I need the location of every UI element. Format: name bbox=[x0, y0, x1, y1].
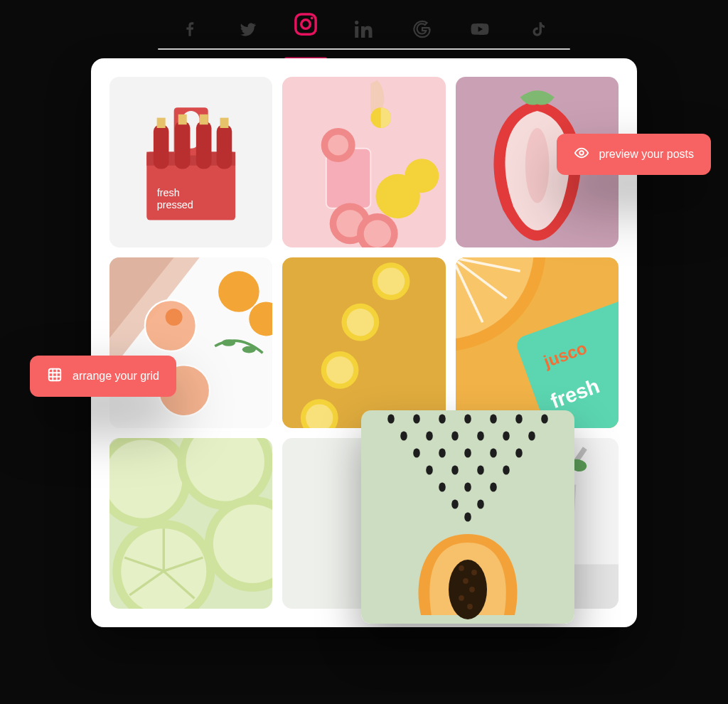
svg-point-28 bbox=[364, 220, 391, 247]
svg-point-84 bbox=[459, 595, 464, 601]
svg-point-44 bbox=[378, 267, 405, 294]
svg-point-99 bbox=[490, 448, 497, 457]
twitter-icon bbox=[239, 20, 257, 41]
svg-point-38 bbox=[218, 271, 259, 312]
svg-point-111 bbox=[490, 414, 497, 423]
svg-rect-15 bbox=[220, 118, 228, 128]
facebook-icon bbox=[181, 20, 199, 41]
instagram-icon bbox=[292, 11, 319, 42]
grid-tile[interactable]: fresh pressed bbox=[109, 77, 272, 247]
svg-point-119 bbox=[579, 151, 584, 155]
svg-point-82 bbox=[463, 578, 469, 584]
grid-panel: fresh pressed bbox=[91, 58, 637, 627]
tab-twitter[interactable] bbox=[223, 11, 273, 50]
grid-tile[interactable] bbox=[109, 438, 272, 609]
youtube-icon bbox=[471, 20, 489, 41]
svg-point-88 bbox=[477, 499, 484, 508]
grid-icon bbox=[47, 367, 63, 385]
callout-label: preview your posts bbox=[599, 148, 694, 161]
svg-point-105 bbox=[503, 431, 510, 440]
grid-tile[interactable] bbox=[109, 257, 272, 428]
linkedin-icon bbox=[355, 20, 373, 41]
svg-point-110 bbox=[464, 414, 471, 423]
svg-point-108 bbox=[413, 414, 420, 423]
svg-point-100 bbox=[515, 448, 523, 457]
svg-point-37 bbox=[166, 309, 183, 326]
svg-rect-12 bbox=[196, 121, 212, 169]
svg-point-2 bbox=[311, 17, 314, 20]
svg-point-89 bbox=[439, 482, 446, 491]
social-tabs bbox=[158, 6, 570, 50]
svg-point-41 bbox=[242, 346, 256, 353]
svg-point-97 bbox=[439, 448, 446, 457]
svg-point-107 bbox=[387, 414, 395, 423]
svg-rect-13 bbox=[200, 114, 208, 124]
tab-linkedin[interactable] bbox=[339, 11, 389, 50]
svg-rect-8 bbox=[154, 124, 169, 169]
tab-tiktok[interactable] bbox=[513, 11, 563, 50]
grid-tile[interactable] bbox=[282, 257, 445, 428]
svg-text:pressed: pressed bbox=[157, 199, 193, 210]
svg-point-103 bbox=[451, 431, 459, 440]
svg-point-113 bbox=[541, 414, 548, 423]
svg-point-112 bbox=[515, 414, 523, 423]
svg-point-22 bbox=[328, 135, 349, 156]
svg-point-95 bbox=[503, 465, 510, 474]
svg-point-94 bbox=[477, 465, 484, 474]
svg-point-98 bbox=[464, 448, 471, 457]
svg-point-80 bbox=[459, 565, 464, 571]
svg-rect-9 bbox=[157, 118, 166, 128]
tab-google[interactable] bbox=[397, 11, 447, 50]
svg-point-87 bbox=[451, 499, 459, 508]
tab-facebook[interactable] bbox=[165, 11, 215, 50]
svg-rect-0 bbox=[296, 14, 316, 34]
svg-point-46 bbox=[347, 309, 374, 336]
callout-arrange-grid[interactable]: arrange your grid bbox=[30, 356, 176, 397]
svg-rect-114 bbox=[49, 369, 61, 381]
svg-point-1 bbox=[301, 20, 311, 29]
svg-point-93 bbox=[451, 465, 459, 474]
svg-point-83 bbox=[469, 587, 475, 592]
svg-point-85 bbox=[467, 604, 473, 609]
tab-instagram[interactable] bbox=[270, 0, 343, 54]
svg-point-104 bbox=[477, 431, 484, 440]
svg-point-79 bbox=[449, 560, 487, 619]
svg-point-90 bbox=[464, 482, 471, 491]
svg-point-101 bbox=[400, 431, 407, 440]
svg-text:fresh: fresh bbox=[157, 187, 180, 198]
svg-point-109 bbox=[439, 414, 446, 423]
svg-rect-42 bbox=[282, 257, 445, 428]
svg-point-86 bbox=[464, 512, 471, 521]
svg-point-24 bbox=[405, 159, 439, 193]
tab-youtube[interactable] bbox=[455, 11, 505, 50]
grid-tile-dragging[interactable] bbox=[361, 410, 574, 624]
svg-rect-10 bbox=[175, 121, 191, 169]
callout-preview-posts[interactable]: preview your posts bbox=[557, 134, 711, 175]
eye-icon bbox=[574, 145, 589, 164]
grid-tile[interactable]: jusco fresh bbox=[456, 257, 619, 428]
google-icon bbox=[413, 20, 432, 41]
svg-rect-14 bbox=[217, 124, 232, 169]
svg-point-48 bbox=[326, 356, 353, 383]
svg-point-102 bbox=[426, 431, 433, 440]
svg-point-31 bbox=[525, 128, 550, 203]
tiktok-icon bbox=[529, 20, 547, 41]
svg-point-106 bbox=[528, 431, 535, 440]
svg-point-96 bbox=[413, 448, 420, 457]
svg-point-40 bbox=[222, 339, 235, 346]
svg-point-81 bbox=[471, 570, 477, 575]
grid-tile[interactable] bbox=[282, 77, 445, 247]
svg-point-92 bbox=[426, 465, 433, 474]
callout-label: arrange your grid bbox=[73, 370, 159, 383]
svg-rect-11 bbox=[178, 114, 187, 124]
svg-point-91 bbox=[490, 482, 497, 491]
